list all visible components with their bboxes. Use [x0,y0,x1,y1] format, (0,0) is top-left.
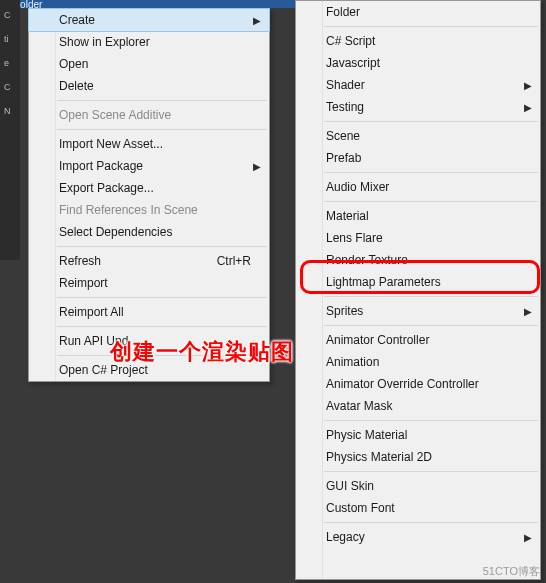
submenu-arrow-icon: ▶ [253,15,261,26]
menu-item-label: Legacy [326,530,522,544]
menu-item-label: Lightmap Parameters [326,275,522,289]
create-submenu: FolderC# ScriptJavascriptShader▶Testing▶… [295,0,541,580]
submenu-arrow-icon: ▶ [524,532,532,543]
menu-item-gui-skin[interactable]: GUI Skin [296,475,540,497]
menu-item-label: Lens Flare [326,231,522,245]
menu-item-label: Show in Explorer [59,35,251,49]
menu-item-delete[interactable]: Delete [29,75,269,97]
annotation-text: 创建一个渲染贴图 [110,337,294,367]
menu-item-export-package[interactable]: Export Package... [29,177,269,199]
menu-separator [324,172,538,173]
menu-separator [324,26,538,27]
menu-item-label: Delete [59,79,251,93]
menu-item-label: Animation [326,355,522,369]
menu-item-lens-flare[interactable]: Lens Flare [296,227,540,249]
menu-item-label: Scene [326,129,522,143]
menu-item-animation[interactable]: Animation [296,351,540,373]
submenu-arrow-icon: ▶ [524,102,532,113]
menu-item-legacy[interactable]: Legacy▶ [296,526,540,548]
sidebar-text: e [0,58,20,82]
sidebar-text: C [0,82,20,106]
menu-item-find-references-in-scene: Find References In Scene [29,199,269,221]
menu-item-open[interactable]: Open [29,53,269,75]
menu-item-folder[interactable]: Folder [296,1,540,23]
menu-item-avatar-mask[interactable]: Avatar Mask [296,395,540,417]
menu-item-label: Material [326,209,522,223]
menu-separator [324,325,538,326]
menu-item-label: Avatar Mask [326,399,522,413]
menu-item-label: Animator Override Controller [326,377,522,391]
menu-item-label: Create [59,13,251,27]
menu-item-physics-material-2d[interactable]: Physics Material 2D [296,446,540,468]
left-sidebar-fragment: C ti e C N [0,0,20,260]
menu-item-label: Folder [326,5,522,19]
menu-item-label: Testing [326,100,522,114]
menu-item-label: Prefab [326,151,522,165]
menu-separator [57,297,267,298]
menu-item-label: GUI Skin [326,479,522,493]
menu-item-label: Export Package... [59,181,251,195]
menu-item-label: Javascript [326,56,522,70]
menu-item-create[interactable]: Create▶ [28,8,270,32]
menu-item-label: Refresh [59,254,217,268]
menu-item-label: Sprites [326,304,522,318]
menu-item-sprites[interactable]: Sprites▶ [296,300,540,322]
menu-item-label: Open [59,57,251,71]
menu-item-physic-material[interactable]: Physic Material [296,424,540,446]
menu-item-label: Import Package [59,159,251,173]
sidebar-text: ti [0,34,20,58]
menu-item-custom-font[interactable]: Custom Font [296,497,540,519]
menu-item-refresh[interactable]: RefreshCtrl+R [29,250,269,272]
menu-item-import-package[interactable]: Import Package▶ [29,155,269,177]
menu-item-show-in-explorer[interactable]: Show in Explorer [29,31,269,53]
menu-item-lightmap-parameters[interactable]: Lightmap Parameters [296,271,540,293]
menu-separator [324,420,538,421]
menu-item-scene[interactable]: Scene [296,125,540,147]
menu-item-animator-override-controller[interactable]: Animator Override Controller [296,373,540,395]
menu-item-shortcut: Ctrl+R [217,254,251,268]
menu-item-label: Select Dependencies [59,225,251,239]
menu-item-label: C# Script [326,34,522,48]
menu-separator [324,201,538,202]
submenu-arrow-icon: ▶ [524,306,532,317]
menu-separator [57,100,267,101]
menu-item-open-scene-additive: Open Scene Additive [29,104,269,126]
menu-separator [57,129,267,130]
menu-item-animator-controller[interactable]: Animator Controller [296,329,540,351]
menu-item-label: Open Scene Additive [59,108,251,122]
menu-item-testing[interactable]: Testing▶ [296,96,540,118]
menu-item-prefab[interactable]: Prefab [296,147,540,169]
menu-item-shader[interactable]: Shader▶ [296,74,540,96]
menu-item-reimport[interactable]: Reimport [29,272,269,294]
menu-item-label: Physic Material [326,428,522,442]
menu-item-material[interactable]: Material [296,205,540,227]
window-titlebar: w Folder [0,0,304,8]
watermark-text: 51CTO博客 [483,564,540,579]
menu-separator [57,326,267,327]
menu-separator [324,296,538,297]
menu-item-reimport-all[interactable]: Reimport All [29,301,269,323]
menu-item-label: Physics Material 2D [326,450,522,464]
submenu-arrow-icon: ▶ [253,161,261,172]
menu-item-label: Find References In Scene [59,203,251,217]
menu-item-c-script[interactable]: C# Script [296,30,540,52]
menu-item-label: Shader [326,78,522,92]
context-menu: Create▶Show in ExplorerOpenDeleteOpen Sc… [28,8,270,382]
menu-item-render-texture[interactable]: Render Texture [296,249,540,271]
menu-item-select-dependencies[interactable]: Select Dependencies [29,221,269,243]
sidebar-text: N [0,106,20,130]
menu-item-import-new-asset[interactable]: Import New Asset... [29,133,269,155]
menu-item-label: Reimport All [59,305,251,319]
menu-item-label: Custom Font [326,501,522,515]
menu-separator [324,121,538,122]
menu-item-label: Audio Mixer [326,180,522,194]
menu-item-label: Animator Controller [326,333,522,347]
menu-separator [324,471,538,472]
menu-item-javascript[interactable]: Javascript [296,52,540,74]
menu-item-label: Render Texture [326,253,522,267]
menu-item-label: Reimport [59,276,251,290]
menu-item-audio-mixer[interactable]: Audio Mixer [296,176,540,198]
menu-separator [57,246,267,247]
menu-item-label: Import New Asset... [59,137,251,151]
sidebar-text: C [0,10,20,34]
